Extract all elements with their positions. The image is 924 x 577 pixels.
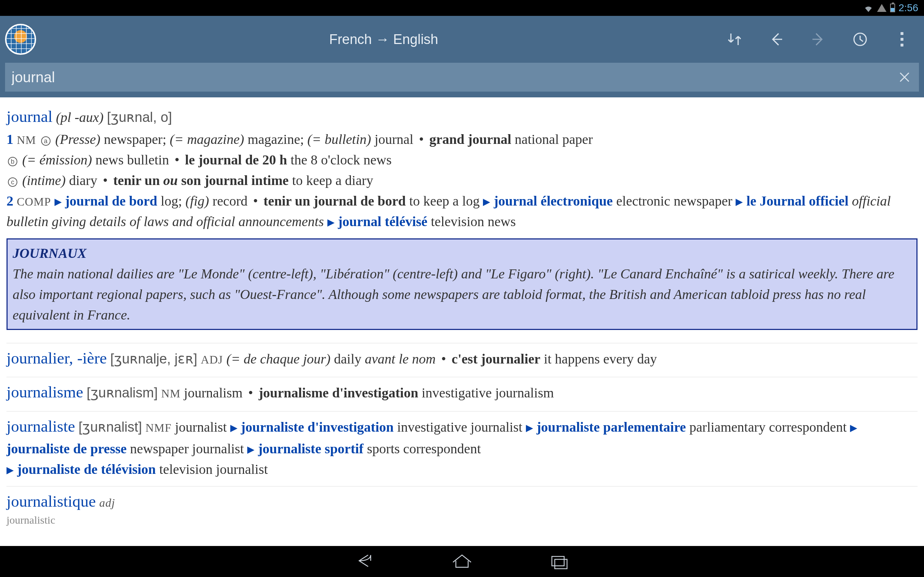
app-logo-icon[interactable] [5, 24, 36, 55]
culture-note-box: JOURNAUX The main national dailies are "… [6, 239, 918, 330]
signal-icon [877, 4, 887, 12]
triangle-icon: ▶ [55, 197, 62, 207]
nav-home-icon[interactable] [449, 551, 475, 572]
sense-1: 1 NM a (Presse) newspaper; (= magazine) … [6, 129, 918, 150]
forward-icon[interactable] [808, 29, 829, 50]
language-pair-title[interactable]: French → English [329, 32, 438, 47]
triangle-icon: ▶ [6, 465, 14, 475]
android-nav-bar [0, 546, 924, 577]
triangle-icon: ▶ [526, 423, 533, 433]
status-clock: 2:56 [899, 2, 919, 14]
triangle-icon: ▶ [327, 217, 334, 227]
sense-2: 2 COMP ▶ journal de bord log; (fig) reco… [6, 191, 918, 232]
swap-languages-icon[interactable] [724, 29, 745, 50]
nav-recent-icon[interactable] [547, 551, 572, 572]
entry-journal: journal (pl -aux) [ʒuʀnal, o] 1 NM a (Pr… [6, 102, 918, 343]
sense-marker-icon: b [8, 157, 17, 166]
app-header: French → English [0, 16, 924, 63]
svg-rect-2 [555, 559, 567, 569]
triangle-icon: ▶ [736, 197, 743, 207]
svg-rect-1 [552, 556, 564, 566]
headword[interactable]: journalier [6, 349, 69, 367]
culture-note-body: The main national dailies are "Le Monde"… [13, 264, 911, 325]
sense-1c: c (intime) diary • tenir un ou son journ… [6, 170, 918, 191]
entry-journalisme: journalisme [ʒuʀnalism] NM journalism • … [6, 377, 918, 411]
overflow-menu-icon[interactable] [892, 29, 913, 50]
headword[interactable]: journalistique [6, 492, 96, 510]
battery-icon [890, 3, 895, 12]
sense-marker-icon: c [8, 177, 17, 187]
definition-content[interactable]: journal (pl -aux) [ʒuʀnal, o] 1 NM a (Pr… [0, 97, 924, 546]
entry-journaliste: journaliste [ʒuʀnalist] NMF journalist ▶… [6, 411, 918, 487]
entry-journalistique: journalistique adj journalistic [6, 487, 918, 528]
headword[interactable]: journal [6, 108, 52, 126]
clear-search-icon[interactable] [897, 69, 913, 85]
history-icon[interactable] [850, 29, 871, 50]
wifi-icon [863, 4, 874, 12]
culture-note-title: JOURNAUX [13, 243, 911, 264]
search-input[interactable] [11, 69, 897, 85]
search-bar [0, 63, 924, 97]
nav-back-icon[interactable] [352, 551, 377, 572]
entry-journalier: journalier, -ière [ʒuʀnalje, jɛʀ] ADJ (=… [6, 343, 918, 377]
triangle-icon: ▶ [483, 197, 490, 207]
triangle-icon: ▶ [230, 423, 237, 433]
sense-1b: b (= émission) news bulletin • le journa… [6, 150, 918, 170]
back-icon[interactable] [766, 29, 787, 50]
headword[interactable]: journalisme [6, 383, 83, 401]
android-status-bar: 2:56 [0, 0, 924, 16]
triangle-icon: ▶ [850, 423, 857, 433]
headword[interactable]: journaliste [6, 417, 75, 435]
sense-marker-icon: a [41, 136, 50, 146]
triangle-icon: ▶ [247, 444, 254, 455]
